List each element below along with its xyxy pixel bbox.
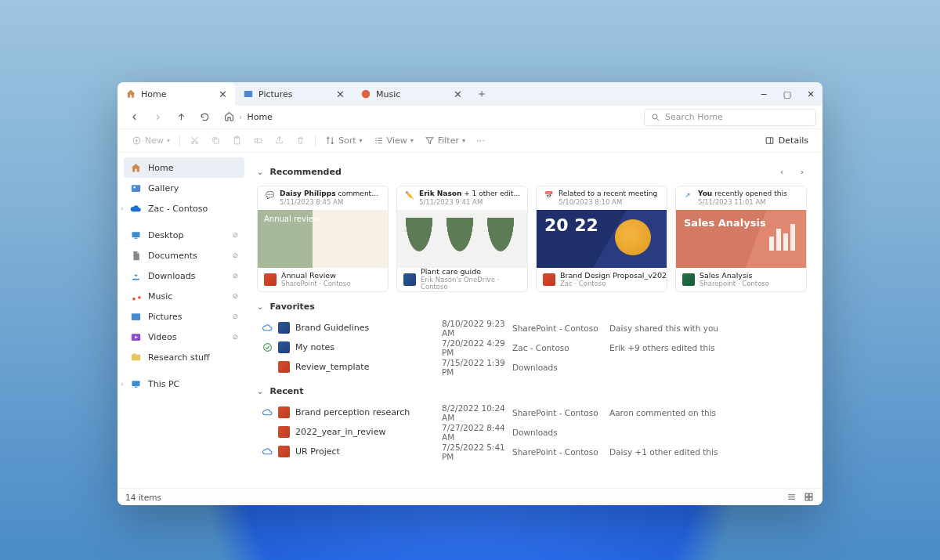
maximize-button[interactable]: ▢: [776, 82, 799, 106]
scroll-left-button[interactable]: ‹: [774, 164, 790, 179]
sidebar-item-documents[interactable]: Documents ⊘: [124, 245, 244, 266]
forward-button[interactable]: [147, 108, 168, 127]
close-icon[interactable]: ✕: [219, 89, 227, 100]
svg-rect-14: [135, 237, 138, 238]
more-button[interactable]: ⋯: [472, 132, 490, 150]
svg-point-4: [191, 142, 193, 144]
tab-label: Home: [141, 89, 166, 99]
file-location: SharePoint - Contoso: [512, 408, 609, 417]
svg-rect-9: [255, 139, 262, 142]
sidebar-item-gallery[interactable]: Gallery: [124, 178, 244, 198]
sidebar-item-thispc[interactable]: ›This PC: [124, 374, 244, 394]
chevron-down-icon: ⌄: [257, 168, 263, 176]
file-row[interactable]: Brand Guidelines 8/10/2022 9:23 AM Share…: [257, 318, 810, 338]
tab-pictures[interactable]: Pictures ✕: [235, 82, 352, 106]
recommended-card[interactable]: 📅 Related to a recent meeting5/10/2023 8…: [536, 186, 667, 292]
search-icon: [651, 113, 660, 122]
item-count: 14 items: [125, 493, 161, 502]
svg-rect-6: [214, 139, 219, 143]
file-row[interactable]: My notes 7/20/2022 4:29 PM Zac - Contoso…: [257, 338, 810, 357]
window-controls: ─ ▢ ✕: [752, 82, 822, 106]
new-button[interactable]: New▾: [127, 132, 175, 150]
sort-button[interactable]: Sort▾: [320, 132, 367, 150]
details-view-button[interactable]: [785, 491, 797, 504]
up-button[interactable]: [171, 108, 191, 127]
file-activity: Daisy shared this with you: [609, 323, 810, 333]
sync-status-icon: [262, 362, 273, 373]
tab-label: Music: [376, 89, 400, 99]
refresh-button[interactable]: [194, 108, 215, 127]
view-button[interactable]: View▾: [369, 132, 418, 150]
sidebar-item-research-stuff[interactable]: Research stuff: [124, 347, 244, 367]
sidebar-item-videos[interactable]: Videos ⊘: [124, 327, 244, 347]
sync-status-icon: [262, 323, 273, 334]
close-icon[interactable]: ✕: [454, 89, 462, 100]
sidebar-item-pictures[interactable]: Pictures ⊘: [124, 306, 244, 327]
chevron-down-icon: ⌄: [257, 387, 263, 396]
svg-point-5: [196, 142, 198, 144]
activity-icon: 💬: [264, 190, 275, 201]
activity-icon: ✏️: [403, 190, 414, 201]
sidebar-item-desktop[interactable]: Desktop ⊘: [124, 225, 244, 245]
svg-rect-19: [132, 381, 140, 386]
file-name: 2022_year_in_review: [295, 427, 385, 437]
file-name: Brand perception research: [295, 407, 410, 417]
file-date: 8/2/2022 10:24 AM: [442, 403, 512, 422]
home-icon: [125, 89, 136, 99]
tab-music[interactable]: Music ✕: [352, 82, 470, 106]
cut-button[interactable]: [185, 132, 204, 150]
filter-button[interactable]: Filter▾: [420, 132, 470, 150]
section-header[interactable]: ⌄ Favorites: [257, 302, 810, 312]
sidebar-item-home[interactable]: Home: [124, 157, 244, 178]
file-row[interactable]: Review_template 7/15/2022 1:39 PM Downlo…: [257, 357, 810, 377]
minimize-button[interactable]: ─: [752, 82, 776, 106]
file-name: My notes: [295, 342, 334, 352]
back-button[interactable]: [124, 108, 144, 127]
svg-rect-22: [805, 493, 808, 497]
explorer-window: Home ✕ Pictures ✕ Music ✕ ＋ ─ ▢ ✕ › Home: [118, 82, 822, 505]
copy-button[interactable]: [206, 132, 226, 150]
file-date: 8/10/2022 9:23 AM: [442, 319, 512, 338]
share-button[interactable]: [269, 132, 289, 150]
sidebar-item-onedrive[interactable]: ›Zac - Contoso: [124, 198, 244, 219]
section-header[interactable]: ⌄ Recommended ‹ ›: [257, 164, 810, 179]
paste-button[interactable]: [227, 132, 247, 150]
recommended-card[interactable]: ↗ You recently opened this5/11/2023 11:0…: [675, 186, 807, 292]
folder-icon: [130, 331, 142, 343]
file-row[interactable]: 2022_year_in_review 7/27/2022 8:44 AM Do…: [257, 422, 810, 442]
home-icon: [130, 162, 142, 174]
recommended-card[interactable]: ✏️ Erik Nason + 1 other edited this5/11/…: [396, 186, 528, 292]
svg-point-15: [132, 297, 136, 300]
details-pane-button[interactable]: Details: [760, 132, 813, 150]
search-input[interactable]: Search Home: [644, 109, 816, 126]
file-activity: Aaron commented on this: [609, 408, 810, 417]
new-tab-button[interactable]: ＋: [470, 82, 494, 106]
file-location: SharePoint - Contoso: [512, 447, 609, 457]
chevron-down-icon: ⌄: [257, 302, 263, 311]
file-location: Downloads: [512, 363, 609, 372]
recommended-card[interactable]: 💬 Daisy Philipps commented on...5/11/202…: [257, 186, 389, 292]
close-window-button[interactable]: ✕: [799, 82, 822, 106]
address-bar[interactable]: › Home: [218, 111, 641, 124]
sync-status-icon: [262, 446, 273, 457]
rename-button[interactable]: [248, 132, 268, 150]
svg-rect-20: [135, 386, 138, 387]
pin-icon: ⊘: [232, 313, 238, 320]
file-date: 7/15/2022 1:39 PM: [442, 358, 512, 377]
sidebar-item-music[interactable]: Music ⊘: [124, 286, 244, 306]
delete-button[interactable]: [291, 132, 310, 150]
thumbnails-view-button[interactable]: [802, 491, 815, 504]
svg-rect-13: [132, 232, 140, 237]
file-location: SharePoint - Contoso: [512, 323, 609, 333]
section-header[interactable]: ⌄ Recent: [257, 386, 810, 396]
scroll-right-button[interactable]: ›: [794, 164, 810, 179]
sidebar-item-downloads[interactable]: Downloads ⊘: [124, 266, 244, 286]
file-activity: Erik +9 others edited this: [609, 343, 810, 352]
file-row[interactable]: UR Project 7/25/2022 5:41 PM SharePoint …: [257, 442, 810, 461]
file-date: 7/25/2022 5:41 PM: [442, 443, 512, 461]
svg-point-21: [263, 344, 271, 352]
file-row[interactable]: Brand perception research 8/2/2022 10:24…: [257, 403, 810, 422]
file-location: Downloads: [512, 428, 609, 437]
tab-home[interactable]: Home ✕: [118, 82, 235, 106]
close-icon[interactable]: ✕: [336, 89, 345, 100]
